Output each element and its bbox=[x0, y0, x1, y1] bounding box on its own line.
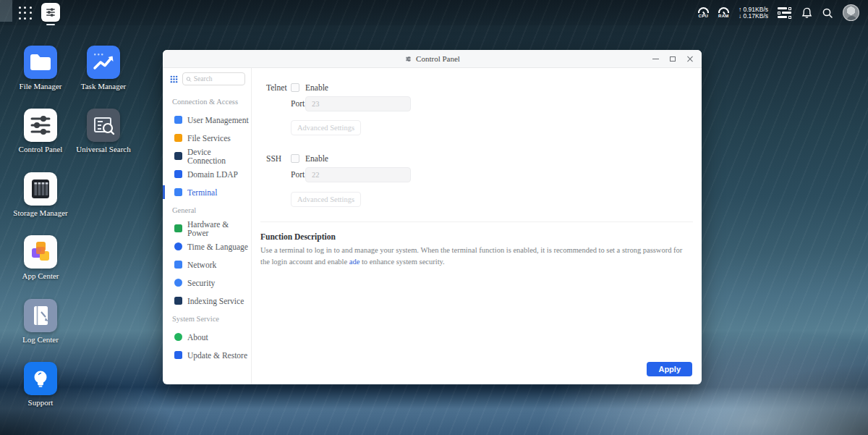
sidebar-item-user-management[interactable]: User Management bbox=[163, 111, 251, 129]
sidebar-item-network[interactable]: Network bbox=[163, 255, 251, 274]
folder-icon bbox=[24, 46, 57, 79]
search-icon bbox=[822, 7, 833, 19]
desktop-icon-log-center[interactable]: Log Center bbox=[7, 299, 75, 344]
app-squares-icon bbox=[24, 235, 57, 269]
sidebar-item-update-restore[interactable]: Update & Restore bbox=[163, 346, 251, 364]
apply-button[interactable]: Apply bbox=[647, 362, 692, 376]
domain-icon bbox=[174, 170, 182, 178]
desktop-icon-support[interactable]: Support bbox=[7, 362, 75, 407]
network-icon bbox=[174, 261, 182, 269]
ssh-enable-label: Enable bbox=[305, 154, 328, 163]
ssh-enable-checkbox[interactable] bbox=[291, 154, 299, 163]
search-icon bbox=[186, 76, 192, 83]
sidebar-search-box[interactable] bbox=[182, 72, 245, 85]
sidebar-item-label: Device Connection bbox=[187, 148, 251, 165]
description-text-before: Use a terminal to log in to and manage y… bbox=[260, 246, 682, 266]
sidebar-item-device-connection[interactable]: Device Connection bbox=[163, 147, 251, 165]
sidebar-item-security[interactable]: Security bbox=[163, 274, 251, 292]
lightbulb-icon bbox=[24, 362, 57, 395]
desktop-icon-task-manager[interactable]: Task Manager bbox=[69, 46, 137, 90]
desktop-icon-app-center[interactable]: App Center bbox=[7, 235, 75, 280]
sidebar-item-label: Security bbox=[187, 279, 215, 287]
disk-array-icon bbox=[24, 172, 57, 206]
top-bar: CPU RAM ↑ 0.91KB/s ↓ 0.17KB/s bbox=[0, 0, 868, 25]
sidebar-item-file-services[interactable]: File Services bbox=[163, 129, 251, 147]
notebook-icon bbox=[24, 299, 57, 332]
telnet-port-label: Port bbox=[291, 99, 305, 108]
desktop-icon-control-panel[interactable]: Control Panel bbox=[7, 109, 75, 153]
sidebar-item-indexing-service[interactable]: Indexing Service bbox=[163, 292, 251, 310]
sidebar-item-label: Hardware & Power bbox=[187, 220, 251, 237]
sliders-icon bbox=[43, 5, 58, 20]
info-icon bbox=[174, 333, 182, 341]
section-title: Connection & Access bbox=[163, 93, 251, 111]
notifications-button[interactable] bbox=[801, 7, 812, 19]
section-divider bbox=[260, 221, 693, 222]
sidebar-item-hardware-power[interactable]: Hardware & Power bbox=[163, 219, 251, 237]
sliders-icon bbox=[404, 55, 412, 63]
window-titlebar[interactable]: Control Panel bbox=[163, 50, 702, 68]
desktop-icon-file-manager[interactable]: File Manager bbox=[7, 46, 75, 90]
trend-chart-icon bbox=[87, 46, 120, 79]
maximize-button[interactable] bbox=[668, 54, 677, 63]
terminal-icon bbox=[174, 188, 182, 196]
sidebar-item-label: Domain LDAP bbox=[187, 170, 238, 179]
user-icon bbox=[174, 116, 182, 124]
desktop-icon-label: Support bbox=[7, 398, 75, 407]
gauge-icon bbox=[698, 7, 709, 13]
ssh-port-label: Port bbox=[291, 170, 305, 179]
desktop-icon-label: Control Panel bbox=[7, 145, 75, 153]
telnet-group-label: Telnet bbox=[266, 83, 287, 92]
taskbar-item-control-panel[interactable] bbox=[41, 3, 60, 26]
ram-gauge[interactable]: RAM bbox=[718, 7, 729, 18]
ssh-port-input[interactable] bbox=[305, 167, 411, 182]
desktop-icon-label: Log Center bbox=[7, 335, 75, 344]
list-search-icon bbox=[87, 109, 120, 142]
desktop: CPU RAM ↑ 0.91KB/s ↓ 0.17KB/s bbox=[0, 0, 868, 435]
description-link[interactable]: ade bbox=[349, 258, 360, 266]
global-search-button[interactable] bbox=[822, 7, 833, 19]
control-panel-sidebar: Connection & Access User Management File… bbox=[163, 68, 252, 384]
desktop-icon-storage-manager[interactable]: Storage Manager bbox=[7, 172, 75, 217]
desktop-icon-label: File Manager bbox=[7, 82, 75, 90]
telnet-port-input[interactable] bbox=[305, 96, 411, 111]
category-grid-icon[interactable] bbox=[170, 75, 178, 83]
terminal-settings-panel: Telnet Enable Port Advanced Settings SSH… bbox=[252, 68, 702, 384]
description-text-after: to enhance system security. bbox=[359, 258, 444, 266]
update-icon bbox=[174, 351, 182, 359]
desktop-icon-label: Storage Manager bbox=[7, 208, 75, 217]
background-tasks-icon[interactable] bbox=[778, 7, 792, 19]
device-icon bbox=[174, 152, 182, 160]
telnet-enable-checkbox[interactable] bbox=[291, 83, 299, 92]
sidebar-item-domain-ldap[interactable]: Domain LDAP bbox=[163, 165, 251, 183]
control-panel-window: Control Panel bbox=[163, 50, 702, 384]
sidebar-item-time-language[interactable]: Time & Language bbox=[163, 237, 251, 255]
search-input[interactable] bbox=[194, 75, 242, 83]
ssh-advanced-settings-button[interactable]: Advanced Settings bbox=[291, 192, 361, 207]
topbar-status-cluster: CPU RAM ↑ 0.91KB/s ↓ 0.17KB/s bbox=[698, 0, 859, 25]
section-title: General bbox=[163, 201, 251, 219]
sidebar-item-terminal[interactable]: Terminal bbox=[163, 183, 251, 201]
cpu-gauge[interactable]: CPU bbox=[698, 7, 709, 18]
section-title: System Service bbox=[163, 310, 251, 328]
sliders-icon bbox=[24, 109, 57, 142]
running-indicator bbox=[46, 24, 55, 25]
desktop-icon-universal-search[interactable]: Universal Search bbox=[69, 109, 137, 153]
sidebar-item-label: Time & Language bbox=[187, 242, 248, 251]
telnet-advanced-settings-button[interactable]: Advanced Settings bbox=[291, 120, 361, 135]
control-panel-taskbar-icon bbox=[41, 3, 60, 22]
download-speed: ↓ 0.17KB/s bbox=[739, 13, 768, 20]
close-button[interactable] bbox=[686, 54, 694, 63]
desktop-icon-label: Task Manager bbox=[69, 82, 137, 90]
folder-icon bbox=[174, 134, 182, 142]
screen-edge-panel bbox=[0, 0, 12, 22]
chip-icon bbox=[174, 224, 182, 232]
sidebar-item-label: Indexing Service bbox=[187, 297, 244, 305]
shield-icon bbox=[174, 279, 182, 287]
user-avatar[interactable] bbox=[843, 4, 859, 21]
minimize-button[interactable] bbox=[651, 54, 660, 63]
app-launcher-icon[interactable] bbox=[19, 7, 33, 20]
function-description-title: Function Description bbox=[260, 232, 336, 241]
network-speed-indicator[interactable]: ↑ 0.91KB/s ↓ 0.17KB/s bbox=[739, 7, 768, 20]
sidebar-item-about[interactable]: About bbox=[163, 328, 251, 346]
